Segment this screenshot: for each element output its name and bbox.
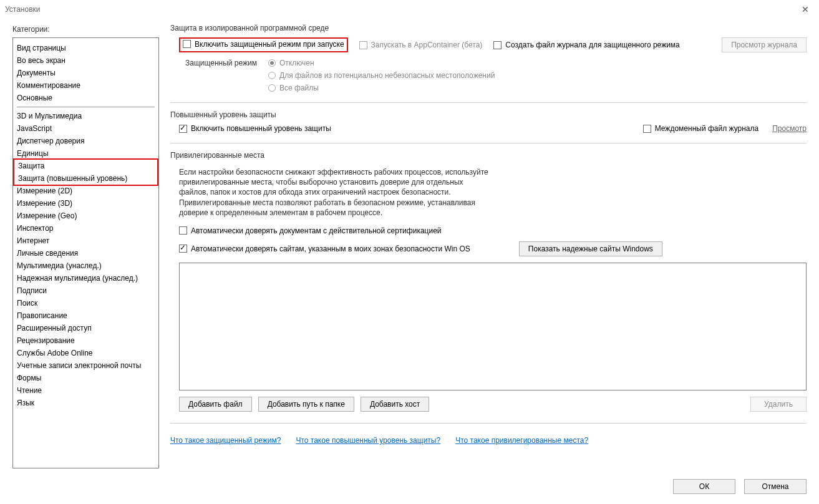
checkbox-label: Включить защищенный режим при запуске: [195, 40, 344, 49]
enable-enhanced-checkbox[interactable]: Включить повышенный уровень защиты: [179, 124, 331, 133]
sidebar-title: Категории:: [12, 25, 159, 34]
cat-item[interactable]: Измерение (2D): [13, 185, 158, 197]
checkbox-label: Автоматически доверять сайтам, указанным…: [191, 245, 470, 253]
cat-item[interactable]: Личные сведения: [13, 247, 158, 259]
view-log-button[interactable]: Просмотр журнала: [722, 37, 807, 52]
add-host-button[interactable]: Добавить хост: [361, 397, 429, 412]
help-links: Что такое защищенный режим? Что такое по…: [170, 436, 807, 445]
section-sandbox-title: Защита в изолированной программной среде: [170, 24, 807, 32]
radio-label: Для файлов из потенциально небезопасных …: [279, 71, 495, 80]
link-priv[interactable]: Что такое привилегированные места?: [455, 436, 588, 445]
checkbox-input[interactable]: [183, 40, 191, 48]
radio-input: [268, 72, 276, 79]
checkbox-label: Включить повышенный уровень защиты: [191, 124, 331, 133]
checkbox-label: Запускать в AppContainer (бета): [371, 41, 483, 49]
protected-mode-label: Защищенный режим: [179, 59, 257, 67]
cat-item[interactable]: JavaScript: [13, 122, 158, 135]
titlebar: Установки ✕: [0, 0, 819, 19]
trust-winos-checkbox[interactable]: Автоматически доверять сайтам, указанным…: [179, 245, 470, 253]
checkbox-input: [359, 41, 367, 49]
cat-item[interactable]: Расширенный доступ: [13, 322, 158, 334]
cat-item[interactable]: Единицы: [13, 147, 158, 160]
cat-item[interactable]: Измерение (Geo): [13, 210, 158, 222]
section-enhanced-title: Повышенный уровень защиты: [170, 110, 807, 119]
cat-item[interactable]: Измерение (3D): [13, 197, 158, 210]
separator: [170, 102, 807, 103]
create-log-checkbox[interactable]: Создать файл журнала для защищенного реж…: [493, 41, 679, 49]
cat-item[interactable]: Рецензирование: [13, 334, 158, 347]
cat-item[interactable]: Инспектор: [13, 222, 158, 235]
checkbox-input[interactable]: [179, 245, 187, 253]
radio-input: [268, 84, 276, 92]
cat-item[interactable]: Язык: [13, 397, 158, 409]
cat-item[interactable]: Комментирование: [13, 79, 158, 92]
crossdomain-log-checkbox[interactable]: Междоменный файл журнала: [643, 124, 758, 133]
show-trusted-sites-button[interactable]: Показать надежные сайты Windows: [519, 241, 662, 256]
cat-item[interactable]: Мультимедиа (унаслед.): [13, 259, 158, 272]
close-button[interactable]: ✕: [791, 0, 819, 19]
link-protected-mode[interactable]: Что такое защищенный режим?: [170, 436, 281, 445]
highlight-annotation: Защита Защита (повышенный уровень): [13, 158, 158, 186]
cat-item[interactable]: Чтение: [13, 384, 158, 397]
priv-description: Если настройки безопасности снижают эффе…: [179, 167, 491, 218]
separator: [170, 423, 807, 424]
view-crossdomain-link[interactable]: Просмотр: [772, 124, 807, 133]
separator: [17, 107, 155, 107]
add-file-button[interactable]: Добавить файл: [179, 397, 252, 412]
checkbox-input[interactable]: [643, 125, 651, 133]
checkbox-label: Создать файл журнала для защищенного реж…: [505, 41, 679, 49]
checkbox-input[interactable]: [179, 226, 187, 235]
category-list[interactable]: Вид страницы Во весь экран Документы Ком…: [12, 37, 159, 468]
window-title: Установки: [5, 5, 40, 14]
cat-item[interactable]: Надежная мультимедиа (унаслед.): [13, 272, 158, 284]
radio-label: Отключен: [279, 59, 314, 67]
cat-item[interactable]: 3D и Мультимедиа: [13, 110, 158, 122]
checkbox-label: Автоматически доверять документам с дейс…: [191, 226, 442, 235]
cat-item[interactable]: Основные: [13, 92, 158, 104]
checkbox-input[interactable]: [493, 41, 502, 49]
dialog-footer: ОК Отмена: [0, 468, 819, 504]
delete-button[interactable]: Удалить: [750, 397, 807, 412]
cat-item[interactable]: Во весь экран: [13, 54, 158, 67]
cat-item-selected[interactable]: Защита (повышенный уровень): [17, 172, 155, 185]
cat-item[interactable]: Службы Adobe Online: [13, 347, 158, 359]
sidebar: Категории: Вид страницы Во весь экран До…: [12, 19, 159, 468]
checkbox-label: Междоменный файл журнала: [655, 124, 758, 133]
cancel-button[interactable]: Отмена: [744, 479, 807, 494]
cat-item[interactable]: Поиск: [13, 297, 158, 309]
trust-cert-checkbox[interactable]: Автоматически доверять документам с дейс…: [179, 226, 442, 235]
separator: [170, 143, 807, 143]
cat-item[interactable]: Документы: [13, 67, 158, 79]
highlight-annotation: Включить защищенный режим при запуске: [179, 37, 348, 53]
cat-item[interactable]: Учетные записи электронной почты: [13, 359, 158, 372]
link-enhanced[interactable]: Что такое повышенный уровень защиты?: [296, 436, 440, 445]
radio-input: [268, 59, 276, 67]
radio-off: Отключен: [268, 59, 495, 67]
section-priv-title: Привилегированные места: [170, 151, 807, 160]
cat-item[interactable]: Формы: [13, 372, 158, 384]
ok-button[interactable]: ОК: [673, 479, 735, 494]
priv-locations-listbox[interactable]: [179, 263, 807, 390]
cat-item[interactable]: Диспетчер доверия: [13, 135, 158, 147]
cat-item[interactable]: Интернет: [13, 235, 158, 247]
cat-item[interactable]: Правописание: [13, 309, 158, 322]
add-folder-button[interactable]: Добавить путь к папке: [258, 397, 354, 412]
cat-item[interactable]: Подписи: [13, 284, 158, 297]
enable-protected-checkbox[interactable]: Включить защищенный режим при запуске: [183, 40, 344, 49]
cat-item[interactable]: Вид страницы: [13, 42, 158, 54]
radio-unsafe: Для файлов из потенциально небезопасных …: [268, 71, 495, 80]
appcontainer-checkbox: Запускать в AppContainer (бета): [359, 41, 483, 49]
checkbox-input[interactable]: [179, 125, 187, 133]
main-panel: Защита в изолированной программной среде…: [170, 19, 807, 468]
close-icon: ✕: [802, 4, 809, 14]
radio-label: Все файлы: [279, 84, 319, 92]
cat-item[interactable]: Защита: [17, 160, 155, 172]
radio-all: Все файлы: [268, 84, 495, 92]
